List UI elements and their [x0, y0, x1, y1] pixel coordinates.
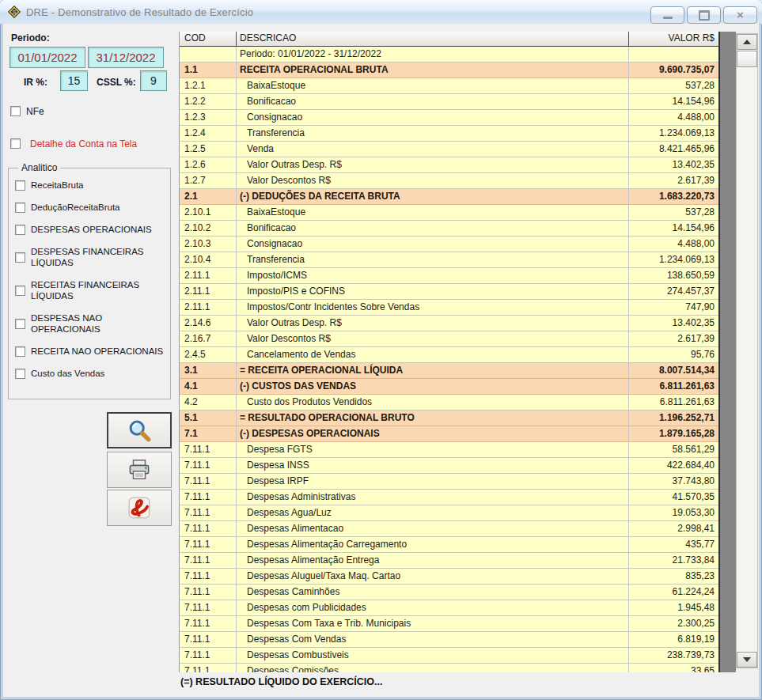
- checkbox[interactable]: [15, 225, 25, 235]
- table-row[interactable]: 7.11.1Despesas Agua/Luz19.053,30: [180, 505, 718, 521]
- checkbox[interactable]: [15, 319, 25, 329]
- checkbox[interactable]: [15, 180, 25, 191]
- period-start-input[interactable]: [9, 47, 85, 68]
- table-row[interactable]: 7.11.1Despesas Comissões33,65: [180, 664, 718, 672]
- table-row[interactable]: 1.2.1BaixaEstoque537,28: [180, 78, 718, 94]
- table-row[interactable]: 7.11.1Despesa IRPF37.743,80: [180, 474, 718, 490]
- vertical-scrollbar[interactable]: [736, 33, 758, 668]
- table-row[interactable]: 7.11.1Despesas Combustiveis238.739,73: [180, 648, 718, 664]
- checkbox[interactable]: [15, 286, 25, 296]
- scroll-up-button[interactable]: [737, 34, 757, 50]
- analitico-item: DESPESAS FINANCEIRAS LÍQUIDAS: [15, 246, 165, 268]
- titlebar[interactable]: S DRE - Demonstrativo de Resultado de Ex…: [0, 0, 762, 25]
- table-row[interactable]: 7.11.1Despesa INSS422.684,40: [180, 458, 718, 474]
- cell-valor: 6.811.261,63: [629, 395, 718, 410]
- arrow-down-icon: [743, 657, 751, 662]
- table-row[interactable]: 7.11.1Despesas Caminhões61.224,24: [180, 585, 718, 600]
- cell-desc: Impostos/Contr Incidentes Sobre Vendas: [237, 300, 629, 315]
- cell-desc: = RECEITA OPERACIONAL LÍQUIDA: [237, 363, 629, 378]
- table-row[interactable]: 7.11.1Despesas Alimentação Entrega21.733…: [180, 553, 718, 569]
- scroll-down-button[interactable]: [737, 652, 757, 668]
- cell-desc: Despesas Alimentacao: [237, 521, 629, 536]
- cssl-input[interactable]: [140, 70, 167, 91]
- minimize-button[interactable]: [650, 6, 684, 24]
- table-row[interactable]: 2.11.1Impostos/Contr Incidentes Sobre Ve…: [180, 300, 718, 316]
- period-end-input[interactable]: [88, 47, 164, 68]
- table-row[interactable]: 2.11.1Imposto/ICMS138.650,59: [180, 268, 718, 284]
- analitico-item: ReceitaBruta: [15, 180, 165, 191]
- dre-grid[interactable]: COD DESCRICAO VALOR R$ Periodo: 01/01/20…: [179, 32, 720, 672]
- table-row[interactable]: 5.1= RESULTADO OPERACIONAL BRUTO1.196.25…: [180, 411, 718, 426]
- nfe-checkbox[interactable]: [10, 106, 21, 116]
- checkbox[interactable]: [15, 202, 25, 213]
- table-row[interactable]: 4.2Custo dos Produtos Vendidos6.811.261,…: [180, 395, 718, 411]
- table-row[interactable]: 7.11.1Despesas Alimentacao2.998,41: [180, 521, 718, 537]
- close-button[interactable]: ×: [723, 6, 757, 24]
- search-button[interactable]: [107, 412, 172, 448]
- table-row[interactable]: Periodo: 01/01/2022 - 31/12/2022: [180, 47, 718, 62]
- table-row[interactable]: 1.2.4Transferencia1.234.069,13: [180, 126, 718, 142]
- cell-desc: Valor Descontos R$: [237, 331, 629, 346]
- table-row[interactable]: 7.11.1Despesas Com Taxa e Trib. Municipa…: [180, 616, 718, 632]
- table-row[interactable]: 7.11.1Despesas Com Vendas6.819,19: [180, 632, 718, 648]
- app-icon: S: [8, 6, 21, 18]
- cell-valor: 14.154,96: [629, 221, 718, 236]
- checkbox[interactable]: [15, 252, 25, 263]
- checkbox[interactable]: [15, 346, 25, 357]
- table-row[interactable]: 2.10.3Consignacao4.488,00: [180, 236, 718, 252]
- table-row[interactable]: 2.10.1BaixaEstoque537,28: [180, 205, 718, 221]
- table-row[interactable]: 7.11.1Despesa FGTS58.561,29: [180, 442, 718, 458]
- cell-valor: 2.617,39: [629, 331, 718, 346]
- cell-desc: Valor Outras Desp. R$: [237, 157, 629, 172]
- table-row[interactable]: 1.2.7Valor Descontos R$2.617,39: [180, 173, 718, 189]
- column-header-cod[interactable]: COD: [180, 32, 237, 46]
- detalhe-checkbox[interactable]: [10, 138, 21, 149]
- print-button[interactable]: [107, 452, 172, 488]
- scrollbar-thumb[interactable]: [737, 51, 757, 67]
- table-row[interactable]: 2.14.6Valor Outras Desp. R$13.402,35: [180, 316, 718, 331]
- cell-desc: BaixaEstoque: [237, 205, 629, 220]
- cell-cod: 2.11.1: [180, 268, 237, 283]
- table-row[interactable]: 3.1= RECEITA OPERACIONAL LÍQUIDA8.007.51…: [180, 363, 718, 379]
- cell-desc: BaixaEstoque: [237, 78, 629, 93]
- checkbox-label: Custo das Vendas: [31, 368, 104, 379]
- cell-cod: 7.11.1: [180, 648, 237, 663]
- pdf-button[interactable]: [107, 490, 172, 526]
- table-row[interactable]: 1.2.5Venda8.421.465,96: [180, 142, 718, 157]
- table-row[interactable]: 1.1RECEITA OPERACIONAL BRUTA9.690.735,07: [180, 62, 718, 78]
- cell-valor: 238.739,73: [629, 648, 718, 663]
- column-header-descricao[interactable]: DESCRICAO: [237, 32, 629, 46]
- table-row[interactable]: 7.1(-) DESPESAS OPERACIONAIS1.879.165,28: [180, 426, 718, 442]
- table-row[interactable]: 7.11.1Despesas com Publicidades1.945,48: [180, 600, 718, 616]
- table-row[interactable]: 1.2.6Valor Outras Desp. R$13.402,35: [180, 157, 718, 173]
- cell-desc: Despesas com Publicidades: [237, 600, 629, 615]
- cell-valor: 9.690.735,07: [629, 62, 718, 78]
- checkbox[interactable]: [15, 369, 25, 379]
- table-row[interactable]: 4.1(-) CUSTOS DAS VENDAS6.811.261,63: [180, 379, 718, 395]
- cell-desc: Imposto/PIS e COFINS: [237, 284, 629, 299]
- table-row[interactable]: 1.2.3Consignacao4.488,00: [180, 110, 718, 126]
- table-row[interactable]: 7.11.1Despesas Administrativas41.570,35: [180, 490, 718, 505]
- cell-cod: 2.10.3: [180, 236, 237, 252]
- ir-input[interactable]: [60, 70, 88, 91]
- table-row[interactable]: 2.16.7Valor Descontos R$2.617,39: [180, 331, 718, 347]
- table-row[interactable]: 7.11.1Despesas Alimentação Carregamento4…: [180, 537, 718, 553]
- checkbox-label: DESPESAS OPERACIONAIS: [31, 224, 152, 235]
- cell-valor: 13.402,35: [629, 316, 718, 331]
- cell-valor: 537,28: [629, 205, 718, 220]
- table-row[interactable]: 2.4.5Cancelamento de Vendas95,76: [180, 347, 718, 363]
- table-row[interactable]: 1.2.2Bonificacao14.154,96: [180, 94, 718, 110]
- cell-cod: 2.1: [180, 189, 237, 204]
- cell-desc: Bonificacao: [237, 94, 629, 109]
- checkbox-label: ReceitaBruta: [31, 180, 83, 191]
- analitico-item: Custo das Vendas: [15, 368, 165, 379]
- column-header-valor[interactable]: VALOR R$: [629, 32, 718, 46]
- table-row[interactable]: 2.11.1Imposto/PIS e COFINS274.457,37: [180, 284, 718, 300]
- table-row[interactable]: 7.11.1Despesas Aluguel/Taxa Maq. Cartao8…: [180, 569, 718, 585]
- table-row[interactable]: 2.1(-) DEDUÇÕES DA RECEITA BRUTA1.683.22…: [180, 189, 718, 205]
- cell-desc: Consignacao: [237, 110, 629, 125]
- cell-cod: 2.4.5: [180, 347, 237, 362]
- table-row[interactable]: 2.10.4Transferencia1.234.069,13: [180, 252, 718, 268]
- restore-button[interactable]: [687, 6, 721, 24]
- table-row[interactable]: 2.10.2Bonificacao14.154,96: [180, 221, 718, 236]
